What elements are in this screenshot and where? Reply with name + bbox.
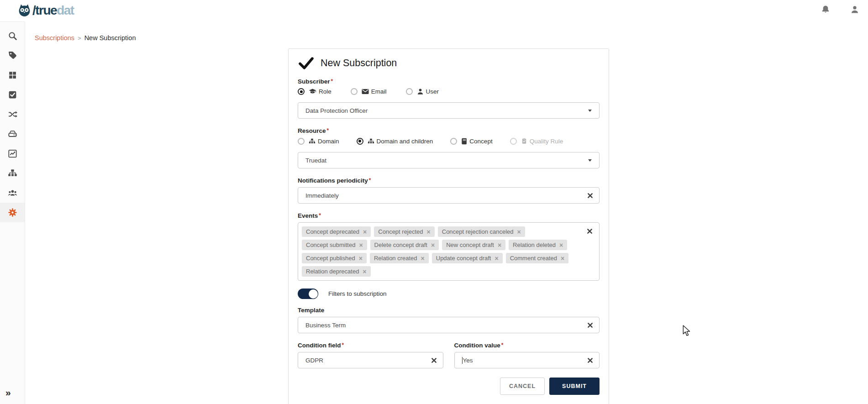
clear-all-events-icon[interactable] bbox=[587, 228, 593, 234]
remove-tag-icon[interactable]: × bbox=[427, 229, 431, 235]
graduation-cap-icon bbox=[309, 88, 316, 95]
event-tag: Relation deleted× bbox=[509, 240, 567, 250]
logo-text-dark: /true bbox=[32, 3, 57, 17]
remove-tag-icon[interactable]: × bbox=[561, 255, 564, 262]
book-icon bbox=[461, 138, 467, 145]
clear-icon[interactable] bbox=[431, 357, 437, 363]
double-chevron-right-icon: » bbox=[5, 387, 11, 398]
remove-tag-icon[interactable]: × bbox=[363, 229, 367, 235]
radio-label: Domain and children bbox=[377, 138, 433, 145]
grid-icon bbox=[8, 70, 17, 80]
radio-option-user[interactable]: User bbox=[406, 88, 439, 95]
radio-option-domain-and-children[interactable]: Domain and children bbox=[357, 138, 433, 145]
condition-field-label: Condition field* bbox=[298, 342, 443, 349]
condition-field-input[interactable]: GDPR bbox=[298, 352, 443, 368]
event-tag: Concept published× bbox=[302, 253, 367, 263]
resource-radio-group: Domain Domain and children bbox=[298, 137, 600, 145]
text-cursor bbox=[462, 357, 463, 364]
sidebar-item-dashboards[interactable] bbox=[0, 144, 25, 163]
remove-tag-icon[interactable]: × bbox=[359, 242, 363, 248]
breadcrumb-current: New Subscription bbox=[84, 34, 136, 42]
search-icon bbox=[8, 31, 17, 41]
remove-tag-icon[interactable]: × bbox=[431, 242, 435, 248]
sidebar-item-modules[interactable] bbox=[0, 65, 25, 85]
clear-icon[interactable] bbox=[587, 322, 593, 328]
clear-icon[interactable] bbox=[587, 193, 593, 199]
radio-option-email[interactable]: Email bbox=[351, 88, 387, 95]
chevron-down-icon bbox=[588, 110, 592, 112]
periodicity-field[interactable]: Immediately bbox=[298, 187, 600, 204]
app-header: /truedat bbox=[0, 0, 868, 21]
radio-selected bbox=[357, 138, 363, 145]
breadcrumb-separator: > bbox=[78, 35, 81, 42]
event-tag: Concept rejected× bbox=[374, 226, 434, 237]
periodicity-label: Notifications periodicity* bbox=[298, 177, 600, 184]
remove-tag-icon[interactable]: × bbox=[421, 255, 425, 262]
radio-option-role[interactable]: Role bbox=[298, 88, 331, 95]
remove-tag-icon[interactable]: × bbox=[363, 268, 366, 275]
logo-text-light: dat bbox=[57, 3, 74, 17]
radio-unselected bbox=[406, 88, 413, 95]
breadcrumb-link-subscriptions[interactable]: Subscriptions bbox=[35, 34, 74, 42]
radio-label: Role bbox=[319, 88, 331, 95]
radio-selected bbox=[298, 88, 305, 95]
remove-tag-icon[interactable]: × bbox=[559, 242, 563, 248]
user-icon[interactable] bbox=[850, 5, 860, 15]
radio-label: Email bbox=[371, 88, 387, 95]
sidebar-item-data-sources[interactable] bbox=[0, 124, 25, 144]
event-tag-label: Relation deleted bbox=[513, 241, 556, 248]
radio-option-concept[interactable]: Concept bbox=[450, 138, 492, 145]
sidebar-item-user-groups[interactable] bbox=[0, 183, 25, 203]
remove-tag-icon[interactable]: × bbox=[498, 242, 501, 248]
event-tag-label: Update concept draft bbox=[436, 255, 491, 262]
radio-option-domain[interactable]: Domain bbox=[298, 138, 339, 145]
sidebar-item-settings[interactable] bbox=[0, 203, 25, 222]
event-tag-label: Concept rejected bbox=[378, 228, 423, 235]
cancel-button[interactable]: CANCEL bbox=[500, 378, 545, 395]
remove-tag-icon[interactable]: × bbox=[517, 229, 521, 235]
sidebar-expand-button[interactable]: » bbox=[0, 385, 25, 400]
person-icon bbox=[417, 88, 424, 95]
radio-label: Domain bbox=[318, 138, 339, 145]
event-tag: Relation deprecated× bbox=[302, 266, 371, 277]
sitemap-icon bbox=[368, 138, 374, 145]
event-tag-label: Concept rejection canceled bbox=[442, 228, 514, 235]
filters-toggle-row: Filters to subscription bbox=[298, 289, 600, 299]
event-tag-label: Comment created bbox=[510, 255, 557, 262]
required-asterisk: * bbox=[369, 177, 371, 184]
line-chart-icon bbox=[8, 149, 17, 158]
event-tag-label: Relation deprecated bbox=[306, 268, 359, 275]
breadcrumb: Subscriptions > New Subscription bbox=[35, 34, 136, 42]
new-subscription-form: New Subscription Subscriber* Role bbox=[288, 48, 609, 404]
submit-button[interactable]: SUBMIT bbox=[549, 378, 600, 395]
subscriber-select-value: Data Protection Officer bbox=[305, 107, 368, 114]
condition-value-input[interactable]: Yes bbox=[454, 352, 600, 368]
required-asterisk: * bbox=[327, 127, 329, 134]
radio-label: User bbox=[426, 88, 439, 95]
condition-field-value: GDPR bbox=[305, 357, 323, 364]
events-multiselect[interactable]: Concept deprecated× Concept rejected× Co… bbox=[298, 222, 600, 281]
sidebar-item-quality[interactable] bbox=[0, 85, 25, 105]
sidebar-item-domains[interactable] bbox=[0, 163, 25, 183]
remove-tag-icon[interactable]: × bbox=[359, 255, 363, 262]
sidebar-item-search[interactable] bbox=[0, 26, 25, 46]
template-field[interactable]: Business Term bbox=[298, 317, 600, 333]
owl-logo-icon bbox=[17, 3, 32, 18]
truedat-logo: /truedat bbox=[17, 3, 74, 18]
resource-select[interactable]: Truedat bbox=[298, 152, 600, 168]
resource-select-value: Truedat bbox=[305, 157, 326, 164]
remove-tag-icon[interactable]: × bbox=[494, 255, 498, 262]
event-tag: Delete concept draft× bbox=[370, 240, 439, 250]
sidebar-item-tags[interactable] bbox=[0, 46, 25, 65]
required-asterisk: * bbox=[319, 212, 321, 219]
bell-icon[interactable] bbox=[821, 5, 831, 15]
radio-label: Quality Rule bbox=[530, 138, 563, 145]
filters-toggle[interactable] bbox=[298, 289, 318, 299]
clear-icon[interactable] bbox=[587, 357, 593, 363]
sitemap-icon bbox=[8, 168, 17, 178]
event-tag-label: Concept deprecated bbox=[306, 228, 359, 235]
subscriber-select[interactable]: Data Protection Officer bbox=[298, 102, 600, 119]
event-tag-label: Relation created bbox=[374, 255, 417, 262]
shuffle-icon bbox=[8, 110, 17, 119]
sidebar-item-lineage[interactable] bbox=[0, 105, 25, 124]
